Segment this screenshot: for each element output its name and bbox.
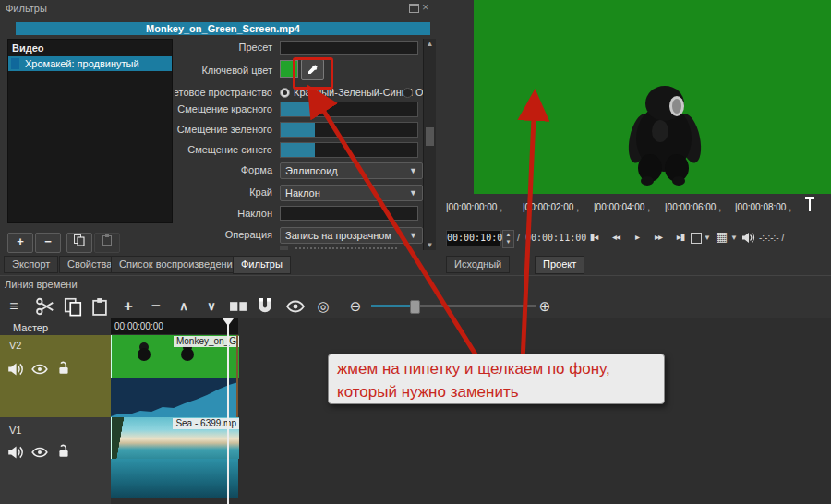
lock-icon[interactable] (55, 443, 72, 458)
dock-float-icon[interactable] (409, 4, 419, 13)
ripple-markers-icon[interactable]: ◎ (313, 296, 333, 317)
scrollbar-thumb[interactable] (426, 127, 434, 146)
green-offset-label: Смещение зеленого (175, 124, 272, 135)
v2-clip-video-thumbnails: Monkey_on_G (111, 335, 239, 378)
remove-filter-button[interactable]: − (35, 233, 61, 253)
color-space-label: Цветовое пространство (175, 87, 272, 98)
hide-eye-icon[interactable] (31, 445, 48, 460)
mute-speaker-icon[interactable] (7, 445, 24, 460)
preview-tick-4: |00:00:04:00 , (594, 202, 650, 212)
time-spinner[interactable]: ▲▼ (502, 230, 514, 248)
dock-close-icon[interactable]: × (422, 0, 429, 14)
clipped-parameter-row (275, 244, 414, 250)
add-filter-button[interactable]: + (7, 233, 33, 253)
operation-dropdown[interactable]: Запись на прозрачном▼ (280, 227, 423, 244)
slope-input[interactable] (280, 206, 418, 221)
snap-magnet-icon[interactable] (255, 296, 275, 317)
zoom-out-icon[interactable]: ⊖ (345, 296, 366, 317)
append-icon[interactable]: + (118, 296, 138, 317)
paste-icon[interactable] (90, 296, 110, 317)
track-header-v2[interactable]: V2 (0, 335, 111, 417)
duration-separator: / (517, 232, 520, 243)
preview-playhead-stem[interactable] (809, 198, 811, 211)
v2-clip-monkey[interactable]: Monkey_on_G (111, 335, 238, 417)
tab-project[interactable]: Проект (535, 256, 584, 274)
track-header-v1[interactable]: V1 (0, 417, 111, 504)
red-offset-label: Смещение красного (175, 103, 272, 114)
clip-edge (236, 335, 238, 417)
preview-tick-8: |00:00:08:00 , (735, 202, 791, 212)
params-scrollbar[interactable]: ▲ ▼ (423, 39, 436, 250)
lock-icon[interactable] (55, 360, 72, 375)
fast-forward-button[interactable]: ▸▸ (649, 232, 668, 246)
zoom-in-icon[interactable]: ⊕ (535, 296, 555, 317)
overwrite-icon[interactable]: ∨ (201, 296, 222, 317)
blue-offset-slider[interactable] (280, 142, 418, 158)
monkey-image (620, 78, 712, 186)
rewind-button[interactable]: ◂◂ (607, 232, 625, 246)
zoom-fit-dropdown-icon[interactable]: ▼ (704, 234, 711, 242)
skip-to-end-button[interactable]: ▸▮ (671, 232, 690, 246)
green-offset-slider[interactable] (280, 122, 418, 138)
preset-input[interactable] (280, 41, 418, 55)
master-track-label[interactable]: Мастер (13, 322, 48, 333)
hide-eye-icon[interactable] (31, 362, 48, 377)
timeline-zoom-slider-fill (371, 305, 414, 307)
cut-icon[interactable] (35, 296, 55, 317)
preview-tick-0: |00:00:00:00 , (446, 202, 502, 212)
copy-filters-button[interactable] (66, 233, 92, 253)
grid-dropdown-icon[interactable]: ▼ (730, 234, 738, 242)
chevron-down-icon: ▼ (409, 163, 417, 178)
selected-duration-placeholder: -:-:-:- / (759, 233, 784, 243)
key-color-label: Ключевой цвет (175, 65, 272, 76)
paste-filters-button[interactable] (94, 233, 120, 253)
split-icon[interactable] (228, 296, 248, 317)
volume-icon[interactable] (741, 232, 755, 244)
copy-icon[interactable] (63, 296, 83, 317)
radio-hsl-label: От (416, 87, 423, 98)
radio-hsl[interactable] (403, 88, 413, 98)
video-preview[interactable] (474, 0, 831, 194)
red-offset-slider[interactable] (280, 102, 418, 117)
v1-clip-label: Sea - 6399.mp (173, 418, 239, 429)
tab-filters[interactable]: Фильтры (233, 256, 291, 274)
timeline-ruler[interactable]: 00:00:00:00 (111, 318, 238, 334)
current-time-field[interactable]: 00:00:10:00 (446, 230, 501, 246)
annotation-note: жмем на пипетку и щелкаем по фону, котор… (328, 354, 665, 404)
shotcut-window: Фильтры × Monkey_on_Green_Screen.mp4 Вид… (0, 0, 831, 504)
lift-icon[interactable]: ∧ (174, 296, 194, 317)
copy-icon (73, 234, 86, 246)
preview-tick-2: |00:00:02:00 , (523, 202, 579, 212)
edge-dropdown[interactable]: Наклон▼ (280, 185, 423, 201)
scrub-eye-icon[interactable] (285, 296, 306, 317)
annotation-line2: который нужно заменить (337, 380, 656, 403)
annotation-line1: жмем на пипетку и щелкаем по фону, (337, 357, 656, 380)
radio-rgb[interactable] (280, 88, 290, 98)
filter-category-header: Видео (8, 40, 172, 56)
timeline-playhead[interactable] (227, 318, 229, 504)
tab-export[interactable]: Экспорт (4, 256, 58, 273)
preview-tick-6: |00:00:06:00 , (665, 202, 721, 212)
ripple-delete-icon[interactable]: − (146, 296, 166, 317)
panel-divider (0, 275, 831, 276)
zoom-fit-icon[interactable] (691, 233, 702, 244)
edge-label: Край (175, 186, 272, 198)
filter-list-item-chromakey[interactable]: Хромакей: продвинутый (8, 56, 172, 71)
operation-label: Операция (175, 229, 272, 240)
play-button[interactable]: ▸ (630, 232, 644, 246)
operation-value: Запись на прозрачном (285, 230, 391, 241)
timeline-playhead-marker[interactable] (223, 318, 234, 326)
mute-speaker-icon[interactable] (7, 362, 24, 377)
skip-to-start-button[interactable]: ▮◂ (584, 232, 603, 246)
v1-clip-sea[interactable]: Sea - 6399.mp (111, 417, 238, 498)
shape-dropdown[interactable]: Эллипсоид▼ (280, 162, 423, 179)
timeline-zoom-slider-handle[interactable] (410, 300, 420, 314)
tab-source[interactable]: Исходный (446, 256, 510, 273)
filter-list[interactable]: Видео Хромакей: продвинутый (7, 39, 173, 223)
tab-playlist[interactable]: Список воспроизведения (111, 256, 247, 273)
grid-icon[interactable]: ▦ (716, 229, 728, 244)
scroll-down-icon[interactable]: ▼ (424, 241, 436, 249)
timeline-menu-icon[interactable]: ≡ (4, 296, 24, 317)
scroll-up-icon[interactable]: ▲ (424, 40, 436, 48)
timeline-panel-title: Линия времени (5, 279, 78, 290)
